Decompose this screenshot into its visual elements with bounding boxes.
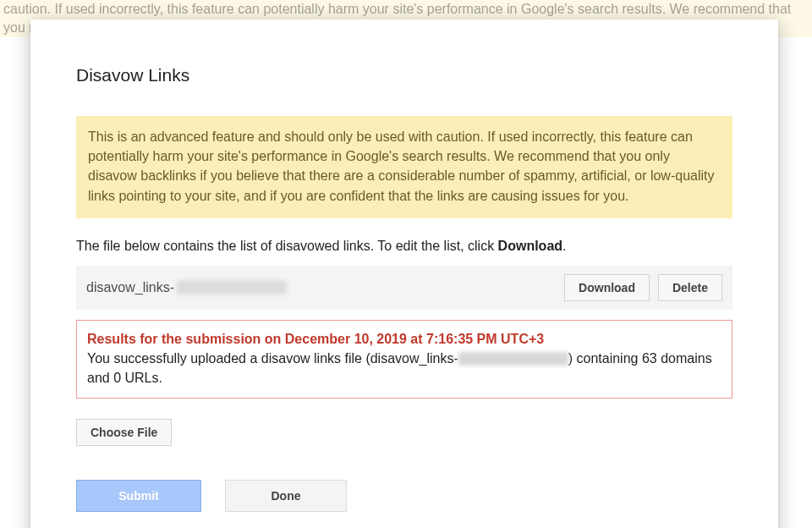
redacted-site-name bbox=[177, 280, 287, 294]
result-message-prefix: You successfully uploaded a disavow link… bbox=[87, 351, 458, 366]
choose-file-button[interactable]: Choose File bbox=[76, 419, 172, 446]
warning-text: This is an advanced feature and should o… bbox=[88, 129, 715, 203]
instruction-prefix: The file below contains the list of disa… bbox=[76, 239, 498, 253]
download-button[interactable]: Download bbox=[564, 274, 650, 301]
result-heading: Results for the submission on December 1… bbox=[87, 329, 721, 349]
delete-button[interactable]: Delete bbox=[658, 274, 722, 301]
instruction-text: The file below contains the list of disa… bbox=[76, 239, 732, 254]
action-row: Submit Done bbox=[76, 480, 732, 512]
file-name-prefix: disavow_links- bbox=[86, 280, 174, 295]
done-button[interactable]: Done bbox=[225, 480, 347, 512]
result-message: You successfully uploaded a disavow link… bbox=[87, 349, 721, 388]
warning-box: This is an advanced feature and should o… bbox=[76, 116, 732, 218]
disavow-links-dialog: Disavow Links This is an advanced featur… bbox=[30, 19, 778, 528]
instruction-suffix: . bbox=[562, 239, 566, 253]
dialog-title: Disavow Links bbox=[76, 65, 732, 85]
instruction-bold: Download bbox=[498, 239, 562, 253]
redacted-site-name-inline bbox=[458, 352, 568, 366]
file-name: disavow_links- bbox=[86, 280, 556, 295]
submit-button[interactable]: Submit bbox=[76, 480, 201, 512]
file-row: disavow_links- Download Delete bbox=[76, 266, 732, 310]
choose-file-row: Choose File bbox=[76, 419, 732, 446]
submission-result-box: Results for the submission on December 1… bbox=[76, 320, 732, 399]
